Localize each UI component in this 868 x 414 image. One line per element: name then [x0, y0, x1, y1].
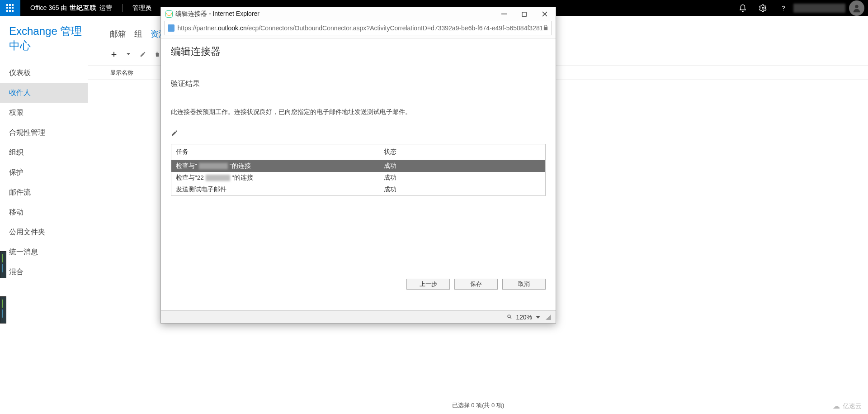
save-button[interactable]: 保存	[454, 279, 498, 290]
lock-icon	[542, 24, 549, 32]
tab-0[interactable]: 邮箱	[110, 29, 126, 39]
window-maximize-button[interactable]	[514, 7, 534, 21]
table-row[interactable]: 检查与""的连接成功	[171, 160, 545, 172]
brand-label: Office 365 由 世纪互联 运营	[20, 4, 122, 12]
site-icon	[168, 24, 175, 32]
sidebar-item-8[interactable]: 公用文件夹	[0, 222, 88, 242]
svg-point-6	[508, 315, 510, 318]
validation-results-table: 任务 状态 检查与""的连接成功检查与"22"的连接成功发送测试电子邮件成功	[171, 144, 546, 196]
admin-label[interactable]: 管理员	[123, 4, 161, 12]
zoom-dropdown-icon[interactable]	[536, 316, 540, 319]
ie-favicon-icon	[165, 10, 173, 18]
ie-address-bar[interactable]: https://partner.outlook.cn/ecp/Connector…	[165, 21, 552, 35]
dialog-description: 此连接器按预期工作。连接状况良好，已向您指定的电子邮件地址发送测试电子邮件。	[171, 108, 546, 117]
url-text: https://partner.outlook.cn/ecp/Connector…	[177, 24, 542, 32]
cancel-button[interactable]: 取消	[502, 279, 546, 290]
sidebar-item-2[interactable]: 权限	[0, 103, 88, 123]
notifications-icon[interactable]	[732, 0, 753, 16]
add-button[interactable]	[110, 50, 118, 58]
table-row[interactable]: 检查与"22"的连接成功	[171, 172, 545, 184]
zoom-icon[interactable]	[507, 314, 512, 321]
window-close-button[interactable]	[534, 7, 555, 21]
svg-point-1	[783, 10, 784, 10]
selection-status: 已选择 0 项(共 0 项)	[452, 401, 505, 409]
zoom-level[interactable]: 120%	[516, 314, 532, 321]
watermark-icon: ☁	[833, 402, 840, 410]
sidebar-item-7[interactable]: 移动	[0, 202, 88, 222]
dialog-subtitle: 验证结果	[171, 79, 546, 89]
sidebar-item-4[interactable]: 组织	[0, 143, 88, 162]
thumbnail-widget	[0, 251, 6, 278]
col-status-header[interactable]: 状态	[379, 144, 545, 160]
resize-grip[interactable]	[546, 314, 551, 320]
dialog-content: 编辑连接器 验证结果 此连接器按预期工作。连接状况良好，已向您指定的电子邮件地址…	[161, 38, 556, 310]
sidebar-item-9[interactable]: 统一消息	[0, 242, 88, 262]
left-sidebar: Exchange 管理中心 仪表板收件人权限合规性管理组织保护邮件流移动公用文件…	[0, 16, 88, 414]
app-title: Exchange 管理中心	[0, 16, 88, 63]
svg-point-0	[762, 7, 764, 9]
dialog-buttons: 上一步 保存 取消	[406, 279, 546, 290]
dialog-title: 编辑连接器	[171, 45, 546, 58]
edit-button[interactable]	[139, 50, 147, 58]
thumbnail-widget	[0, 296, 6, 324]
header-actions	[732, 0, 868, 16]
settings-icon[interactable]	[753, 0, 773, 16]
window-minimize-button[interactable]	[494, 7, 514, 21]
user-name-redacted	[793, 4, 845, 13]
svg-rect-4	[501, 14, 507, 14]
help-icon[interactable]	[773, 0, 793, 16]
ie-titlebar[interactable]: 编辑连接器 - Internet Explorer	[161, 7, 556, 21]
sidebar-item-0[interactable]: 仪表板	[0, 63, 88, 83]
svg-point-2	[855, 5, 858, 8]
sidebar-item-1[interactable]: 收件人	[0, 83, 88, 103]
watermark: ☁ 亿速云	[833, 402, 862, 410]
ie-window-title: 编辑连接器 - Internet Explorer	[175, 10, 259, 18]
app-launcher-button[interactable]	[0, 0, 20, 16]
sidebar-item-10[interactable]: 混合	[0, 262, 88, 282]
sidebar-item-6[interactable]: 邮件流	[0, 182, 88, 202]
user-avatar[interactable]	[849, 0, 864, 16]
edit-results-button[interactable]	[171, 129, 178, 138]
redacted-text	[199, 163, 228, 169]
back-button[interactable]: 上一步	[406, 279, 450, 290]
col-task-header[interactable]: 任务	[171, 144, 379, 160]
ie-popup-window: 编辑连接器 - Internet Explorer https://partne…	[160, 7, 556, 324]
tab-1[interactable]: 组	[134, 29, 142, 39]
redacted-text	[206, 175, 230, 181]
table-row[interactable]: 发送测试电子邮件成功	[171, 184, 545, 195]
sidebar-item-5[interactable]: 保护	[0, 162, 88, 182]
waffle-icon	[6, 4, 14, 12]
dropdown-icon[interactable]	[124, 50, 132, 58]
sidebar-item-3[interactable]: 合规性管理	[0, 123, 88, 143]
table-header-row: 任务 状态	[171, 144, 545, 160]
ie-status-bar: 120%	[161, 310, 556, 323]
svg-rect-5	[522, 12, 526, 16]
